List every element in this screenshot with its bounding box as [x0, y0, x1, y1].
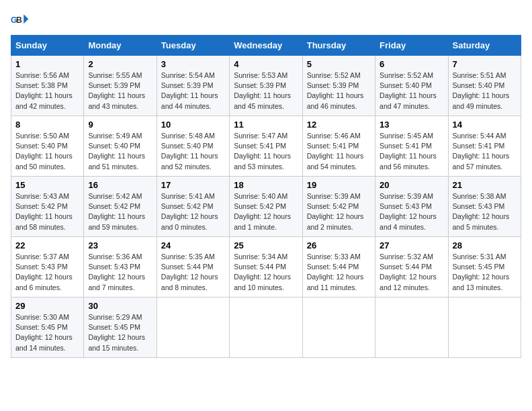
- day-detail: Sunrise: 5:52 AMSunset: 5:40 PMDaylight:…: [380, 71, 437, 110]
- day-number: 27: [380, 240, 443, 250]
- day-detail: Sunrise: 5:35 AMSunset: 5:44 PMDaylight:…: [161, 253, 218, 291]
- calendar-table: SundayMondayTuesdayWednesdayThursdayFrid…: [11, 35, 521, 358]
- calendar-cell: [375, 298, 448, 358]
- day-number: 16: [88, 180, 152, 190]
- week-row-3: 15 Sunrise: 5:43 AMSunset: 5:42 PMDaylig…: [11, 177, 521, 237]
- day-detail: Sunrise: 5:55 AMSunset: 5:39 PMDaylight:…: [88, 71, 145, 110]
- day-detail: Sunrise: 5:51 AMSunset: 5:40 PMDaylight:…: [453, 71, 510, 110]
- calendar-cell: [302, 298, 375, 358]
- day-detail: Sunrise: 5:43 AMSunset: 5:42 PMDaylight:…: [15, 192, 73, 231]
- day-number: 25: [234, 240, 298, 250]
- day-number: 4: [234, 59, 298, 69]
- day-detail: Sunrise: 5:31 AMSunset: 5:45 PMDaylight:…: [453, 253, 510, 291]
- day-detail: Sunrise: 5:42 AMSunset: 5:42 PMDaylight:…: [88, 192, 145, 231]
- day-number: 8: [15, 120, 79, 130]
- day-detail: Sunrise: 5:32 AMSunset: 5:44 PMDaylight:…: [380, 253, 437, 291]
- calendar-cell: 23 Sunrise: 5:36 AMSunset: 5:43 PMDaylig…: [84, 237, 157, 298]
- calendar-cell: 19 Sunrise: 5:39 AMSunset: 5:42 PMDaylig…: [302, 177, 375, 237]
- calendar-cell: [448, 298, 521, 358]
- day-number: 28: [453, 240, 517, 250]
- calendar-cell: 20 Sunrise: 5:39 AMSunset: 5:43 PMDaylig…: [375, 177, 448, 237]
- calendar-cell: 30 Sunrise: 5:29 AMSunset: 5:45 PMDaylig…: [84, 298, 157, 358]
- calendar-cell: 21 Sunrise: 5:38 AMSunset: 5:43 PMDaylig…: [448, 177, 521, 237]
- day-detail: Sunrise: 5:49 AMSunset: 5:40 PMDaylight:…: [88, 132, 145, 171]
- day-detail: Sunrise: 5:50 AMSunset: 5:40 PMDaylight:…: [15, 132, 73, 171]
- day-number: 10: [161, 120, 225, 130]
- week-row-4: 22 Sunrise: 5:37 AMSunset: 5:43 PMDaylig…: [11, 237, 521, 298]
- week-row-5: 29 Sunrise: 5:30 AMSunset: 5:45 PMDaylig…: [11, 298, 521, 358]
- day-number: 9: [88, 120, 152, 130]
- calendar-cell: 15 Sunrise: 5:43 AMSunset: 5:42 PMDaylig…: [11, 177, 84, 237]
- day-detail: Sunrise: 5:40 AMSunset: 5:42 PMDaylight:…: [234, 192, 291, 231]
- day-number: 12: [307, 120, 371, 130]
- day-number: 29: [15, 301, 79, 311]
- day-detail: Sunrise: 5:52 AMSunset: 5:39 PMDaylight:…: [307, 71, 364, 110]
- calendar-cell: 22 Sunrise: 5:37 AMSunset: 5:43 PMDaylig…: [11, 237, 84, 298]
- calendar-cell: 5 Sunrise: 5:52 AMSunset: 5:39 PMDayligh…: [302, 56, 375, 116]
- calendar-cell: 24 Sunrise: 5:35 AMSunset: 5:44 PMDaylig…: [157, 237, 229, 298]
- svg-text:B: B: [16, 15, 22, 25]
- calendar-cell: 8 Sunrise: 5:50 AMSunset: 5:40 PMDayligh…: [11, 116, 84, 177]
- day-number: 17: [161, 180, 225, 190]
- day-detail: Sunrise: 5:45 AMSunset: 5:41 PMDaylight:…: [380, 132, 437, 171]
- day-number: 15: [15, 180, 79, 190]
- day-number: 14: [453, 120, 517, 130]
- day-detail: Sunrise: 5:37 AMSunset: 5:43 PMDaylight:…: [15, 253, 73, 291]
- day-number: 11: [234, 120, 298, 130]
- day-detail: Sunrise: 5:36 AMSunset: 5:43 PMDaylight:…: [88, 253, 145, 291]
- calendar-cell: 2 Sunrise: 5:55 AMSunset: 5:39 PMDayligh…: [84, 56, 157, 116]
- calendar-cell: 12 Sunrise: 5:46 AMSunset: 5:41 PMDaylig…: [302, 116, 375, 177]
- calendar-cell: 17 Sunrise: 5:41 AMSunset: 5:42 PMDaylig…: [157, 177, 229, 237]
- weekday-header-tuesday: Tuesday: [157, 36, 229, 56]
- weekday-header-friday: Friday: [375, 36, 448, 56]
- day-number: 1: [15, 59, 79, 69]
- day-number: 7: [453, 59, 517, 69]
- calendar-cell: 26 Sunrise: 5:33 AMSunset: 5:44 PMDaylig…: [302, 237, 375, 298]
- day-number: 24: [161, 240, 225, 250]
- day-detail: Sunrise: 5:39 AMSunset: 5:43 PMDaylight:…: [380, 192, 437, 231]
- svg-marker-2: [24, 14, 28, 24]
- day-number: 22: [15, 240, 79, 250]
- calendar-cell: 11 Sunrise: 5:47 AMSunset: 5:41 PMDaylig…: [230, 116, 302, 177]
- day-detail: Sunrise: 5:46 AMSunset: 5:41 PMDaylight:…: [307, 132, 364, 171]
- day-detail: Sunrise: 5:47 AMSunset: 5:41 PMDaylight:…: [234, 132, 291, 171]
- calendar-cell: 18 Sunrise: 5:40 AMSunset: 5:42 PMDaylig…: [230, 177, 302, 237]
- day-number: 13: [380, 120, 443, 130]
- calendar-cell: 29 Sunrise: 5:30 AMSunset: 5:45 PMDaylig…: [11, 298, 84, 358]
- week-row-2: 8 Sunrise: 5:50 AMSunset: 5:40 PMDayligh…: [11, 116, 521, 177]
- day-detail: Sunrise: 5:53 AMSunset: 5:39 PMDaylight:…: [234, 71, 291, 110]
- calendar-cell: 9 Sunrise: 5:49 AMSunset: 5:40 PMDayligh…: [84, 116, 157, 177]
- calendar-cell: 3 Sunrise: 5:54 AMSunset: 5:39 PMDayligh…: [157, 56, 229, 116]
- weekday-header-saturday: Saturday: [448, 36, 521, 56]
- day-number: 3: [161, 59, 225, 69]
- logo-icon: G B: [11, 11, 30, 30]
- calendar-cell: 14 Sunrise: 5:44 AMSunset: 5:41 PMDaylig…: [448, 116, 521, 177]
- day-detail: Sunrise: 5:38 AMSunset: 5:43 PMDaylight:…: [453, 192, 510, 231]
- weekday-header-sunday: Sunday: [11, 36, 84, 56]
- day-number: 18: [234, 180, 298, 190]
- calendar-cell: [230, 298, 302, 358]
- weekday-header-wednesday: Wednesday: [230, 36, 302, 56]
- day-detail: Sunrise: 5:48 AMSunset: 5:40 PMDaylight:…: [161, 132, 218, 171]
- calendar-cell: 25 Sunrise: 5:34 AMSunset: 5:44 PMDaylig…: [230, 237, 302, 298]
- day-number: 30: [88, 301, 152, 311]
- calendar-cell: [157, 298, 229, 358]
- day-number: 6: [380, 59, 443, 69]
- calendar-cell: 27 Sunrise: 5:32 AMSunset: 5:44 PMDaylig…: [375, 237, 448, 298]
- day-number: 2: [88, 59, 152, 69]
- calendar-cell: 7 Sunrise: 5:51 AMSunset: 5:40 PMDayligh…: [448, 56, 521, 116]
- day-detail: Sunrise: 5:33 AMSunset: 5:44 PMDaylight:…: [307, 253, 364, 291]
- day-number: 21: [453, 180, 517, 190]
- day-detail: Sunrise: 5:29 AMSunset: 5:45 PMDaylight:…: [88, 313, 145, 352]
- day-detail: Sunrise: 5:44 AMSunset: 5:41 PMDaylight:…: [453, 132, 510, 171]
- calendar-cell: 6 Sunrise: 5:52 AMSunset: 5:40 PMDayligh…: [375, 56, 448, 116]
- calendar-cell: 4 Sunrise: 5:53 AMSunset: 5:39 PMDayligh…: [230, 56, 302, 116]
- day-detail: Sunrise: 5:54 AMSunset: 5:39 PMDaylight:…: [161, 71, 218, 110]
- logo: G B: [11, 11, 32, 30]
- calendar-cell: 10 Sunrise: 5:48 AMSunset: 5:40 PMDaylig…: [157, 116, 229, 177]
- day-number: 23: [88, 240, 152, 250]
- week-row-1: 1 Sunrise: 5:56 AMSunset: 5:38 PMDayligh…: [11, 56, 521, 116]
- day-detail: Sunrise: 5:41 AMSunset: 5:42 PMDaylight:…: [161, 192, 218, 231]
- calendar-cell: 1 Sunrise: 5:56 AMSunset: 5:38 PMDayligh…: [11, 56, 84, 116]
- calendar-cell: 28 Sunrise: 5:31 AMSunset: 5:45 PMDaylig…: [448, 237, 521, 298]
